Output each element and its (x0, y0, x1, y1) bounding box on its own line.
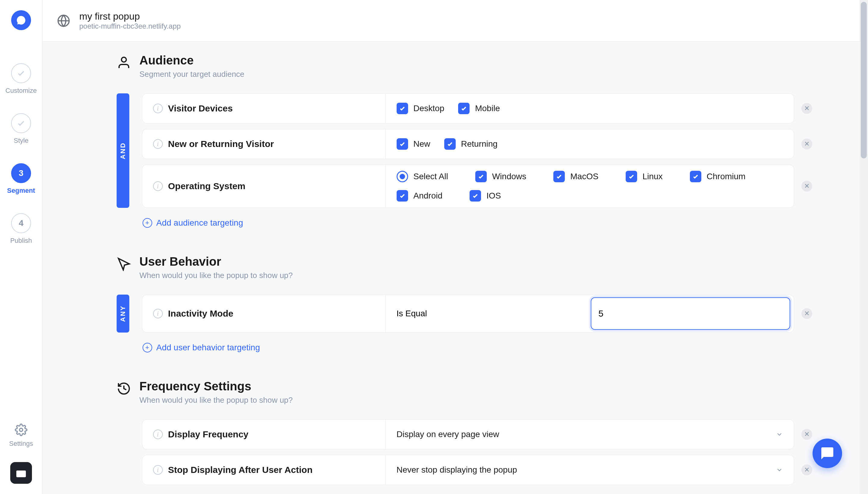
add-audience-targeting-button[interactable]: + Add audience targeting (143, 218, 794, 228)
cursor-icon (117, 256, 131, 271)
briefcase-button[interactable] (10, 462, 32, 484)
checkbox-ios[interactable] (469, 190, 481, 202)
app-logo[interactable] (11, 10, 31, 30)
nav-style[interactable]: Style (11, 113, 31, 145)
behavior-title: User Behavior (140, 255, 293, 268)
step-number: 3 (19, 168, 23, 178)
inactivity-value-input[interactable] (591, 297, 790, 330)
checkbox-chromium[interactable] (690, 171, 701, 182)
chevron-down-icon (776, 466, 783, 474)
behavior-subtitle: When would you like the popup to show up… (140, 271, 293, 280)
header: my first popup poetic-muffin-cbc3ee.netl… (42, 0, 868, 42)
radio-select-all[interactable] (396, 171, 408, 182)
nav-label: Publish (10, 237, 32, 245)
remove-rule-button[interactable]: ✕ (801, 181, 812, 192)
remove-rule-button[interactable]: ✕ (801, 464, 812, 475)
remove-rule-button[interactable]: ✕ (801, 308, 812, 319)
checkbox-new[interactable] (396, 138, 408, 150)
checkbox-macos[interactable] (553, 171, 565, 182)
info-icon[interactable]: i (153, 103, 163, 113)
scrollbar-thumb[interactable] (861, 2, 867, 158)
any-rail: ANY (117, 294, 129, 332)
checkbox-returning[interactable] (444, 138, 456, 150)
checkbox-desktop[interactable] (396, 103, 408, 114)
display-frequency-dropdown[interactable]: Display on every page view (386, 420, 794, 449)
remove-rule-button[interactable]: ✕ (801, 429, 812, 440)
add-user-behavior-button[interactable]: + Add user behavior targeting (143, 343, 794, 353)
gear-icon (15, 423, 27, 436)
chevron-down-icon (776, 431, 783, 438)
nav-segment[interactable]: 3 Segment (7, 163, 35, 195)
rule-new-returning: i New or Returning Visitor New Returning… (142, 129, 794, 159)
svg-point-0 (20, 428, 23, 432)
info-icon[interactable]: i (153, 465, 163, 475)
settings-label: Settings (9, 440, 33, 448)
nav-label: Style (14, 137, 29, 145)
checkbox-android[interactable] (396, 190, 408, 202)
checkbox-windows[interactable] (475, 171, 487, 182)
info-icon[interactable]: i (153, 181, 163, 191)
rule-operating-system: i Operating System Select All Windows Ma… (142, 165, 794, 208)
sidebar: Customize Style 3 Segment 4 Publish Sett… (0, 0, 42, 494)
info-icon[interactable]: i (153, 139, 163, 149)
nav-label: Segment (7, 187, 35, 195)
nav-label: Customize (5, 87, 37, 95)
nav-customize[interactable]: Customize (5, 63, 37, 95)
plus-icon: + (143, 218, 152, 228)
plus-icon: + (143, 343, 152, 353)
svg-point-4 (122, 57, 126, 62)
info-icon[interactable]: i (153, 309, 163, 318)
rule-inactivity-mode: i Inactivity Mode Is Equal (142, 294, 794, 332)
rule-visitor-devices: i Visitor Devices Desktop Mobile ✕ (142, 93, 794, 124)
scrollbar[interactable] (860, 0, 868, 494)
page-subtitle: poetic-muffin-cbc3ee.netlify.app (79, 22, 181, 31)
page-title: my first popup (79, 11, 181, 22)
settings-button[interactable]: Settings (9, 423, 33, 448)
remove-rule-button[interactable]: ✕ (801, 103, 812, 114)
condition-text: Is Equal (386, 295, 591, 332)
globe-icon (57, 14, 70, 27)
frequency-subtitle: When would you like the popup to show up… (140, 396, 293, 405)
chat-fab[interactable] (813, 439, 842, 468)
briefcase-icon (15, 467, 27, 479)
stop-displaying-dropdown[interactable]: Never stop displaying the popup (386, 455, 794, 484)
history-icon (117, 381, 131, 396)
audience-subtitle: Segment your target audience (140, 70, 244, 79)
rule-display-frequency: i Display Frequency Display on every pag… (142, 419, 794, 450)
rule-stop-displaying: i Stop Displaying After User Action Neve… (142, 455, 794, 485)
nav-publish[interactable]: 4 Publish (10, 213, 32, 245)
remove-rule-button[interactable]: ✕ (801, 138, 812, 149)
and-rail: AND (117, 93, 129, 208)
svg-rect-1 (16, 471, 26, 477)
audience-icon (117, 55, 131, 70)
step-number: 4 (19, 218, 23, 228)
chat-icon (820, 446, 834, 460)
audience-title: Audience (140, 54, 244, 67)
checkbox-linux[interactable] (626, 171, 637, 182)
info-icon[interactable]: i (153, 430, 163, 439)
checkbox-mobile[interactable] (458, 103, 469, 114)
frequency-title: Frequency Settings (140, 380, 293, 393)
